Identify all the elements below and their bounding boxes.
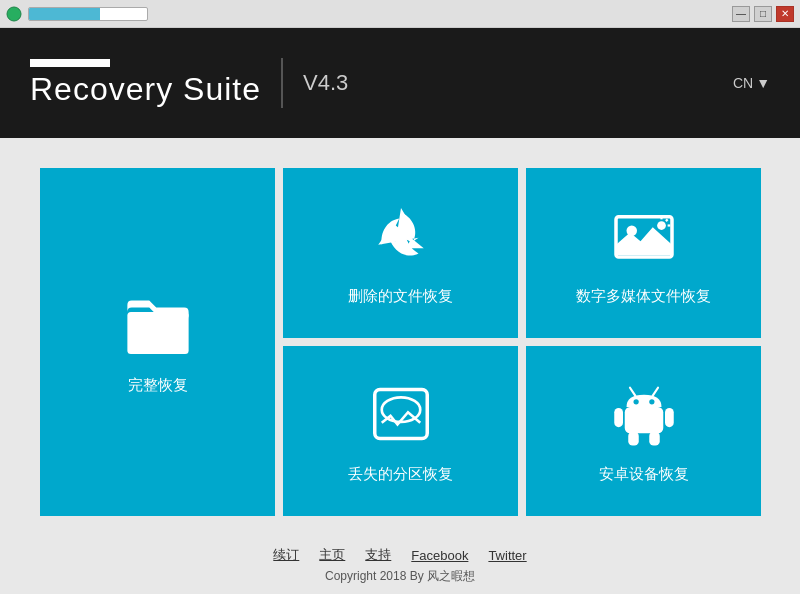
tile-digital-media-recovery[interactable]: 数字多媒体文件恢复: [526, 168, 761, 338]
svg-point-11: [633, 399, 638, 404]
svg-rect-17: [628, 431, 639, 445]
language-dropdown-icon: ▼: [756, 75, 770, 91]
footer-link-home[interactable]: 主页: [319, 546, 345, 564]
svg-rect-15: [614, 407, 623, 426]
header-logo-bar: [30, 59, 110, 67]
progress-fill: [29, 8, 100, 20]
svg-line-14: [652, 387, 657, 395]
android-icon: [609, 379, 679, 453]
app-version: V4.3: [303, 70, 348, 96]
svg-point-12: [649, 399, 654, 404]
svg-point-4: [657, 221, 666, 230]
header-left: Recovery Suite V4.3: [30, 58, 348, 108]
tile-full-recovery[interactable]: 完整恢复: [40, 168, 275, 516]
svg-rect-10: [624, 407, 663, 433]
recycle-icon: [366, 201, 436, 275]
minimize-button[interactable]: —: [732, 6, 750, 22]
app-header: Recovery Suite V4.3 CN ▼: [0, 28, 800, 138]
svg-line-13: [630, 387, 635, 395]
photo-icon: [609, 201, 679, 275]
svg-point-0: [7, 7, 21, 21]
language-selector[interactable]: CN ▼: [733, 75, 770, 91]
tile-android-recovery-label: 安卓设备恢复: [599, 465, 689, 484]
title-bar-left: [6, 6, 148, 22]
tile-deleted-file-recovery-label: 删除的文件恢复: [348, 287, 453, 306]
partition-icon: [366, 379, 436, 453]
footer-links: 续订 主页 支持 Facebook Twitter: [40, 546, 760, 564]
tile-full-recovery-label: 完整恢复: [128, 376, 188, 395]
title-bar: — □ ✕: [0, 0, 800, 28]
app-icon: [6, 6, 22, 22]
svg-rect-16: [665, 407, 674, 426]
footer-link-twitter[interactable]: Twitter: [488, 548, 526, 563]
svg-rect-1: [127, 311, 188, 353]
header-logo-text: Recovery Suite: [30, 59, 261, 108]
tile-partition-recovery-label: 丢失的分区恢复: [348, 465, 453, 484]
tile-android-recovery[interactable]: 安卓设备恢复: [526, 346, 761, 516]
maximize-button[interactable]: □: [754, 6, 772, 22]
footer-link-facebook[interactable]: Facebook: [411, 548, 468, 563]
main-content: 完整恢复 删除的文件恢复: [0, 138, 800, 594]
tile-partition-recovery[interactable]: 丢失的分区恢复: [283, 346, 518, 516]
folder-icon: [123, 290, 193, 364]
app-title: Recovery Suite: [30, 71, 261, 108]
footer-link-renew[interactable]: 续订: [273, 546, 299, 564]
tile-deleted-file-recovery[interactable]: 删除的文件恢复: [283, 168, 518, 338]
svg-rect-18: [649, 431, 660, 445]
svg-line-7: [665, 219, 667, 221]
close-button[interactable]: ✕: [776, 6, 794, 22]
language-label: CN: [733, 75, 753, 91]
footer-link-support[interactable]: 支持: [365, 546, 391, 564]
footer-copyright: Copyright 2018 By 风之暇想: [40, 568, 760, 585]
footer: 续订 主页 支持 Facebook Twitter Copyright 2018…: [40, 536, 760, 591]
title-bar-controls: — □ ✕: [732, 6, 794, 22]
header-divider: [281, 58, 283, 108]
tile-digital-media-recovery-label: 数字多媒体文件恢复: [576, 287, 711, 306]
recovery-grid: 完整恢复 删除的文件恢复: [40, 168, 760, 516]
title-bar-progress: [28, 7, 148, 21]
